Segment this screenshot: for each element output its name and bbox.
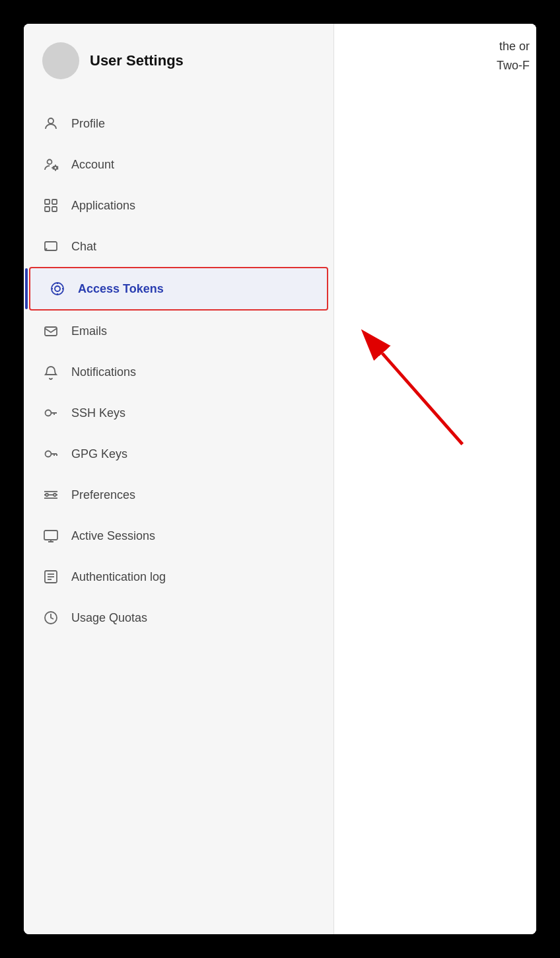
main-content: the or Two-F <box>334 24 536 934</box>
sidebar-item-applications[interactable]: Applications <box>24 185 333 226</box>
sidebar-item-profile[interactable]: Profile <box>24 103 333 144</box>
sidebar-item-label-chat: Chat <box>71 240 96 254</box>
bell-icon <box>42 363 59 381</box>
account-gear-icon <box>42 156 59 173</box>
svg-rect-20 <box>44 531 57 540</box>
svg-point-12 <box>46 451 52 457</box>
sidebar-item-label-ssh-keys: SSH Keys <box>71 406 125 420</box>
sidebar-item-active-sessions[interactable]: Active Sessions <box>24 515 333 556</box>
svg-point-13 <box>46 494 48 496</box>
sidebar-item-label-gpg-keys: GPG Keys <box>71 447 127 461</box>
svg-rect-5 <box>45 207 50 211</box>
key-icon <box>42 404 59 422</box>
svg-point-11 <box>46 410 52 416</box>
sidebar-item-ssh-keys[interactable]: SSH Keys <box>24 392 333 433</box>
sidebar-item-label-applications: Applications <box>71 199 135 213</box>
window: User Settings Profile <box>0 0 560 958</box>
preferences-icon <box>42 486 59 503</box>
svg-rect-3 <box>45 200 50 204</box>
sidebar-item-access-tokens[interactable]: Access Tokens <box>29 267 328 311</box>
sidebar-item-account[interactable]: Account <box>24 144 333 185</box>
person-icon <box>42 115 59 132</box>
svg-rect-6 <box>52 207 57 211</box>
avatar <box>42 42 79 79</box>
annotation-arrow <box>334 24 536 934</box>
sidebar-item-chat[interactable]: Chat <box>24 226 333 267</box>
sidebar-item-label-access-tokens: Access Tokens <box>78 282 164 296</box>
partial-line-1: the or <box>497 37 530 56</box>
svg-line-27 <box>382 353 462 445</box>
token-icon <box>49 280 66 297</box>
sidebar-item-label-account: Account <box>71 158 114 172</box>
chat-icon <box>42 238 59 255</box>
svg-rect-10 <box>45 327 57 336</box>
sidebar-item-label-usage-quotas: Usage Quotas <box>71 611 147 625</box>
sidebar: User Settings Profile <box>24 24 334 934</box>
svg-point-8 <box>52 283 63 295</box>
sidebar-nav: Profile Account <box>24 98 333 934</box>
sidebar-item-label-emails: Emails <box>71 324 107 338</box>
sidebar-item-emails[interactable]: Emails <box>24 311 333 351</box>
window-inner: User Settings Profile <box>24 24 536 934</box>
sidebar-item-label-active-sessions: Active Sessions <box>71 529 155 543</box>
sidebar-item-label-authentication-log: Authentication log <box>71 570 166 584</box>
sidebar-item-preferences[interactable]: Preferences <box>24 474 333 515</box>
svg-point-9 <box>55 286 60 291</box>
quota-icon <box>42 609 59 626</box>
log-icon <box>42 568 59 585</box>
sidebar-item-label-notifications: Notifications <box>71 365 136 379</box>
monitor-icon <box>42 527 59 544</box>
svg-point-0 <box>48 118 53 124</box>
sidebar-header: User Settings <box>24 24 333 98</box>
sidebar-item-notifications[interactable]: Notifications <box>24 351 333 392</box>
sidebar-item-authentication-log[interactable]: Authentication log <box>24 556 333 597</box>
svg-point-14 <box>53 494 56 496</box>
main-partial-text: the or Two-F <box>497 37 530 75</box>
partial-line-2: Two-F <box>497 56 530 75</box>
sidebar-title: User Settings <box>90 52 184 69</box>
sidebar-item-gpg-keys[interactable]: GPG Keys <box>24 433 333 474</box>
key2-icon <box>42 445 59 462</box>
sidebar-item-usage-quotas[interactable]: Usage Quotas <box>24 597 333 638</box>
svg-point-1 <box>48 160 52 165</box>
grid-icon <box>42 197 59 214</box>
sidebar-item-label-preferences: Preferences <box>71 488 135 502</box>
svg-rect-4 <box>52 200 57 204</box>
sidebar-item-label-profile: Profile <box>71 117 105 131</box>
email-icon <box>42 322 59 340</box>
